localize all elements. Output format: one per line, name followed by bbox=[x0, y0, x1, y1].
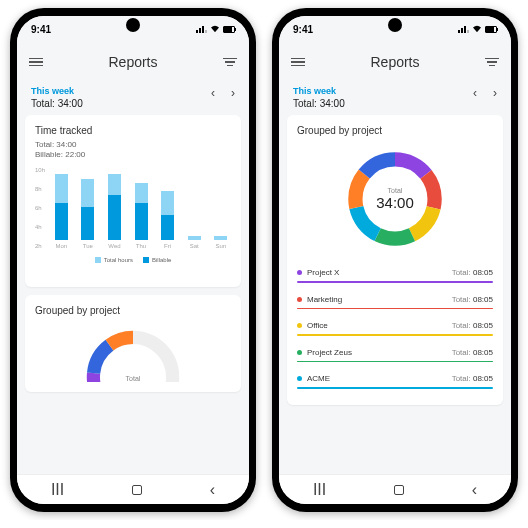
next-arrow-icon[interactable]: › bbox=[231, 86, 235, 100]
prev-arrow-icon[interactable]: ‹ bbox=[211, 86, 215, 100]
period-bar: This week Total: 34:00 ‹ › bbox=[25, 82, 241, 115]
filter-icon[interactable] bbox=[223, 58, 237, 67]
bar-group: Tue bbox=[78, 167, 99, 249]
period-total: Total: 34:00 bbox=[293, 98, 345, 109]
recent-apps-icon[interactable]: III bbox=[313, 481, 326, 499]
bar-chart: 10h8h6h4h2h MonTueWedThuFriSatSun Total … bbox=[35, 167, 231, 277]
period-total: Total: 34:00 bbox=[31, 98, 83, 109]
donut-chart-partial: Total bbox=[35, 322, 231, 382]
phone-mockup-left: 9:41 Reports This week Total: 34:00 ‹ › … bbox=[10, 8, 256, 512]
card-title: Grouped by project bbox=[297, 125, 493, 136]
back-icon[interactable]: ‹ bbox=[472, 481, 477, 499]
period-label[interactable]: This week bbox=[31, 86, 83, 96]
wifi-icon bbox=[210, 25, 220, 33]
status-time: 9:41 bbox=[31, 24, 51, 35]
project-item[interactable]: ACMETotal: 08:05 bbox=[297, 368, 493, 395]
donut-chart: Total 34:00 bbox=[297, 144, 493, 254]
menu-icon[interactable] bbox=[291, 58, 305, 67]
battery-icon bbox=[223, 26, 235, 33]
phone-mockup-right: 9:41 Reports This week Total: 34:00 ‹ › … bbox=[272, 8, 518, 512]
bar-group: Sun bbox=[210, 167, 231, 249]
android-nav-bar: III ‹ bbox=[17, 474, 249, 504]
prev-arrow-icon[interactable]: ‹ bbox=[473, 86, 477, 100]
status-time: 9:41 bbox=[293, 24, 313, 35]
donut-center-label: Total bbox=[126, 375, 141, 382]
bar-group: Mon bbox=[51, 167, 72, 249]
back-icon[interactable]: ‹ bbox=[210, 481, 215, 499]
bar-group: Fri bbox=[157, 167, 178, 249]
project-item[interactable]: Project XTotal: 08:05 bbox=[297, 262, 493, 289]
grouped-project-card: Grouped by project Total 34:00 Project X… bbox=[287, 115, 503, 405]
app-header: Reports bbox=[279, 42, 511, 82]
donut-center-label: Total bbox=[376, 187, 414, 194]
card-subtitle-billable: Billable: 22:00 bbox=[35, 150, 231, 159]
bar-group: Wed bbox=[104, 167, 125, 249]
card-title: Grouped by project bbox=[35, 305, 231, 316]
project-item[interactable]: MarketingTotal: 08:05 bbox=[297, 289, 493, 316]
card-subtitle-total: Total: 34:00 bbox=[35, 140, 231, 149]
period-bar: This week Total: 34:00 ‹ › bbox=[287, 82, 503, 115]
project-item[interactable]: OfficeTotal: 08:05 bbox=[297, 315, 493, 342]
camera-notch bbox=[126, 18, 140, 32]
signal-icon bbox=[196, 26, 207, 33]
time-tracked-card: Time tracked Total: 34:00 Billable: 22:0… bbox=[25, 115, 241, 287]
project-item[interactable]: Project ZeusTotal: 08:05 bbox=[297, 342, 493, 369]
next-arrow-icon[interactable]: › bbox=[493, 86, 497, 100]
android-nav-bar: III ‹ bbox=[279, 474, 511, 504]
chart-legend: Total hours Billable bbox=[35, 257, 231, 263]
bar-group: Sat bbox=[184, 167, 205, 249]
page-title: Reports bbox=[108, 54, 157, 70]
app-header: Reports bbox=[17, 42, 249, 82]
grouped-project-card: Grouped by project Total bbox=[25, 295, 241, 392]
menu-icon[interactable] bbox=[29, 58, 43, 67]
period-label[interactable]: This week bbox=[293, 86, 345, 96]
home-icon[interactable] bbox=[132, 485, 142, 495]
filter-icon[interactable] bbox=[485, 58, 499, 67]
signal-icon bbox=[458, 26, 469, 33]
camera-notch bbox=[388, 18, 402, 32]
home-icon[interactable] bbox=[394, 485, 404, 495]
project-list: Project XTotal: 08:05MarketingTotal: 08:… bbox=[297, 262, 493, 395]
recent-apps-icon[interactable]: III bbox=[51, 481, 64, 499]
wifi-icon bbox=[472, 25, 482, 33]
donut-center-value: 34:00 bbox=[376, 194, 414, 211]
battery-icon bbox=[485, 26, 497, 33]
bar-group: Thu bbox=[131, 167, 152, 249]
card-title: Time tracked bbox=[35, 125, 231, 136]
page-title: Reports bbox=[370, 54, 419, 70]
